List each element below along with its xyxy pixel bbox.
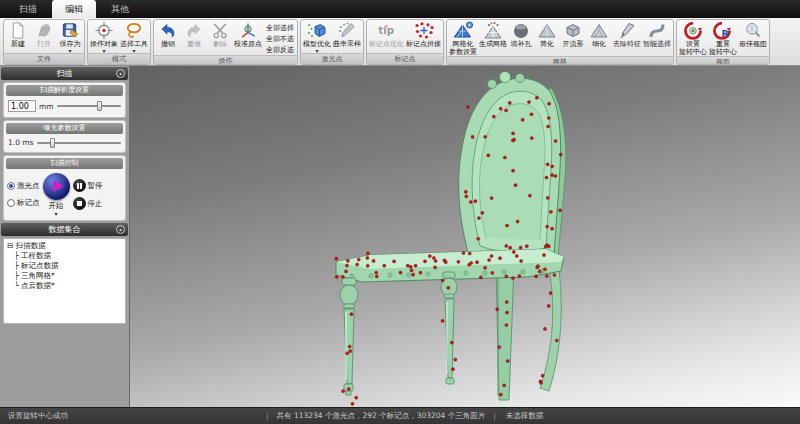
generate-mesh-button[interactable]: 生成网格 (478, 21, 508, 48)
select-tool-button[interactable]: 选择工具▾ (119, 21, 149, 53)
tree-item[interactable]: └ 点云数据* (7, 281, 122, 291)
set-rotation-center-icon (682, 21, 704, 40)
ribbon-button-label: 智能选择 (643, 40, 671, 48)
redo-icon (183, 21, 205, 40)
smart-select-icon (646, 21, 668, 40)
ribbon-group-title: 网格 (447, 56, 673, 65)
refine-icon (588, 21, 610, 40)
ribbon-group-file: 新建打开保存为▾文件 (3, 19, 85, 65)
pause-button[interactable]: 暂停 (73, 179, 103, 192)
origin-axes-icon (237, 21, 259, 40)
resolution-slider-thumb[interactable] (97, 101, 102, 111)
invert-selection-button[interactable]: 全部反选 (266, 46, 294, 55)
operate-target-button[interactable]: 操作对象▾ (89, 21, 119, 53)
marker-stitch-button[interactable]: 标记点拼接 (405, 21, 442, 48)
marker-merge-icon (413, 21, 435, 40)
tab-scan[interactable]: 扫描 (6, 0, 50, 18)
pause-label: 暂停 (88, 181, 103, 191)
tree-root-scan-data[interactable]: ⊟ 扫描数据 (7, 241, 122, 251)
model-optimize-icon (306, 21, 328, 40)
ribbon-button-label: 最佳视图 (739, 40, 767, 48)
simplify-button[interactable]: 简化 (534, 21, 560, 48)
best-view-button[interactable]: 最佳视图 (738, 21, 768, 48)
status-bar: 设置旋转中心成功 | 共有 113234 个激光点，292 个标记点，30320… (0, 407, 800, 424)
tip-logo-icon: tip (376, 21, 398, 40)
fill-holes-button[interactable]: 填补孔 (508, 21, 534, 48)
tree-item[interactable]: ├ 三角网格* (7, 271, 122, 281)
new-document-icon (7, 21, 29, 40)
ribbon-tab-bar: 扫描编辑其他 (0, 0, 800, 18)
mesh-params-button[interactable]: 网格化 参数设置 (448, 21, 478, 56)
ribbon-group-marker-point: tip标记点优化标记点拼接标记点 (366, 19, 444, 65)
chair-model (130, 66, 800, 407)
ribbon-group-mode: 操作对象▾选择工具▾模式 (87, 19, 151, 65)
ribbon-button-label: 去除特征 (613, 40, 641, 48)
ribbon-button-label: 标记点拼接 (406, 40, 441, 48)
data-collection-header[interactable]: 数据集合 ▴ (1, 223, 128, 236)
status-separator: | (485, 412, 504, 421)
set-rotation-center-button[interactable]: 设置 旋转中心 (678, 21, 708, 56)
resolution-title: 扫描解析度设置 (6, 85, 123, 96)
ribbon-group-laser-point: 模型优化▾曲率采样激光点 (300, 19, 364, 65)
exposure-slider-thumb[interactable] (50, 138, 55, 148)
reset-rotation-center-icon: R (712, 21, 734, 40)
start-scan-button[interactable] (43, 173, 70, 200)
remove-features-icon (616, 21, 638, 40)
ribbon-group-title: 标记点 (367, 53, 443, 64)
exposure-slider[interactable] (37, 142, 121, 144)
ribbon-group-title: 视图 (677, 56, 769, 65)
select-none-button[interactable]: 全部不选 (266, 35, 294, 44)
save-as-button[interactable]: 保存为▾ (57, 21, 83, 53)
tab-edit[interactable]: 编辑 (52, 0, 96, 18)
status-message: 设置旋转中心成功 (0, 411, 258, 421)
select-all-button[interactable]: 全部选择 (266, 24, 294, 33)
pause-icon (73, 179, 86, 192)
exposure-title: 曝光参数设置 (6, 123, 123, 134)
undo-button[interactable]: 撤销 (155, 21, 181, 48)
marker-point-radio[interactable]: 标记点 (7, 198, 40, 208)
3d-viewport[interactable] (130, 66, 800, 407)
tree-item[interactable]: ├ 工程数据 (7, 251, 122, 261)
collapse-data-icon[interactable]: ▴ (116, 225, 125, 234)
ribbon-button-label: 曲率采样 (333, 40, 361, 48)
ribbon-group-view: 设置 旋转中心R重置 旋转中心最佳视图视图 (676, 19, 770, 65)
smart-select-button[interactable]: 智能选择 (642, 21, 672, 48)
resolution-input[interactable] (8, 100, 36, 112)
reset-rotation-center-button[interactable]: R重置 旋转中心 (708, 21, 738, 56)
lasso-icon (123, 21, 145, 40)
curvature-sample-icon (336, 21, 358, 40)
ribbon-button-label: 生成网格 (479, 40, 507, 48)
simplify-icon (536, 21, 558, 40)
start-dropdown-caret-icon[interactable]: ▾ (54, 211, 57, 216)
ribbon-toolbar: 新建打开保存为▾文件操作对象▾选择工具▾模式撤销重做删除校准原点全部选择全部不选… (0, 18, 800, 66)
exposure-value: 1.0 ms (8, 138, 34, 147)
scan-control-box: 扫描控制 激光点 标记点 (3, 155, 126, 221)
open-button: 打开 (31, 21, 57, 48)
status-separator: | (258, 412, 277, 421)
laser-point-radio[interactable]: 激光点 (7, 181, 40, 191)
refine-button[interactable]: 细化 (586, 21, 612, 48)
scan-control-title: 扫描控制 (6, 158, 123, 169)
curvature-sample-button[interactable]: 曲率采样 (332, 21, 362, 48)
scan-panel-header[interactable]: 扫描 ▴ (1, 67, 128, 80)
exposure-box: 曝光参数设置 1.0 ms (3, 120, 126, 153)
calibrate-origin-button[interactable]: 校准原点 (233, 21, 263, 48)
generate-mesh-icon (482, 21, 504, 40)
ribbon-group-operation: 撤销重做删除校准原点全部选择全部不选全部反选操作 (153, 19, 298, 65)
manifold-button[interactable]: 开流形 (560, 21, 586, 48)
marker-optimize-button: tip标记点优化 (368, 21, 405, 48)
laser-point-radio-label: 激光点 (17, 181, 40, 191)
redo-button: 重做 (181, 21, 207, 48)
resolution-slider[interactable] (57, 105, 121, 107)
ribbon-button-label: 简化 (540, 40, 554, 48)
main-area: 扫描 ▴ 扫描解析度设置 mm 曝光参数设置 1.0 ms (0, 66, 800, 407)
new-button[interactable]: 新建 (5, 21, 31, 48)
model-optimize-button[interactable]: 模型优化▾ (302, 21, 332, 53)
remove-features-button[interactable]: 去除特征 (612, 21, 642, 48)
stop-button[interactable]: 停止 (73, 197, 103, 210)
scan-panel-title: 扫描 (57, 68, 73, 79)
tab-other[interactable]: 其他 (98, 0, 142, 18)
tree-item[interactable]: ├ 标记点数据 (7, 261, 122, 271)
ribbon-button-label: 打开 (37, 40, 51, 48)
collapse-scan-icon[interactable]: ▴ (116, 69, 125, 78)
